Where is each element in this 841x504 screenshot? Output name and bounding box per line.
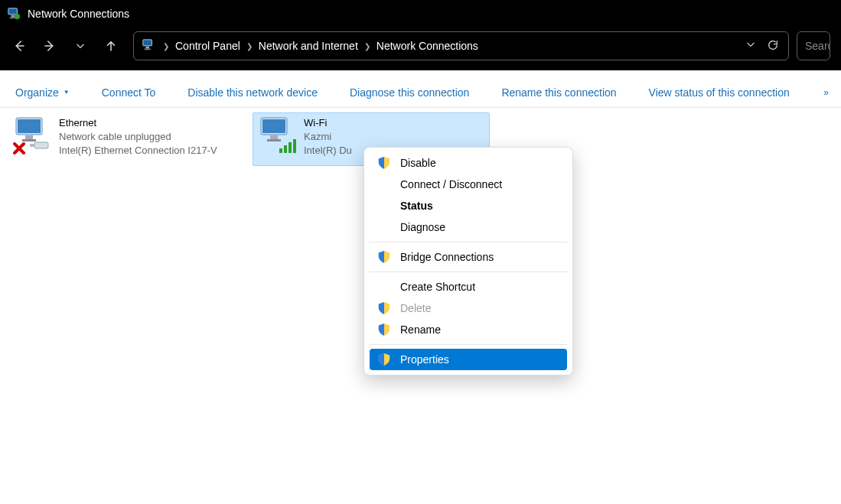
breadcrumb-network-internet[interactable]: Network and Internet (259, 40, 358, 52)
address-bar[interactable]: ❯ Control Panel ❯ Network and Internet ❯… (133, 31, 789, 60)
menu-item-diagnose[interactable]: Diagnose (370, 216, 567, 238)
menu-item-properties[interactable]: Properties (370, 349, 567, 370)
connection-device: Intel(R) Ethernet Connection I217-V (59, 144, 217, 158)
svg-rect-12 (18, 119, 41, 133)
command-bar: Organize▼ Connect To Disable this networ… (0, 77, 841, 108)
svg-rect-24 (284, 145, 287, 153)
svg-rect-23 (279, 148, 282, 153)
connection-status: Network cable unplugged (59, 130, 217, 144)
connection-status: Kazmi (304, 130, 352, 144)
menu-item-disable[interactable]: Disable (370, 152, 567, 174)
address-dropdown-button[interactable] (745, 39, 756, 54)
navigation-bar: ❯ Control Panel ❯ Network and Internet ❯… (0, 28, 841, 70)
nav-arrows (11, 37, 119, 54)
window-title: Network Connections (28, 8, 129, 20)
shield-icon (377, 323, 391, 337)
chevron-right-icon[interactable]: ❯ (364, 42, 370, 50)
connection-name: Ethernet (59, 116, 217, 130)
svg-rect-26 (293, 139, 296, 153)
ethernet-icon (13, 116, 51, 154)
shield-icon (377, 353, 391, 366)
chevron-right-icon[interactable]: ❯ (163, 42, 169, 50)
svg-rect-10 (145, 49, 151, 50)
chevron-right-icon[interactable]: ❯ (246, 42, 253, 50)
connection-item-ethernet[interactable]: Ethernet Network cable unplugged Intel(R… (8, 112, 245, 166)
svg-rect-20 (262, 119, 285, 133)
forward-button[interactable] (41, 37, 58, 54)
svg-rect-2 (11, 15, 15, 18)
diagnose-connection-button[interactable]: Diagnose this connection (339, 82, 480, 103)
caret-down-icon: ▼ (64, 89, 70, 96)
search-input[interactable]: Search (797, 31, 830, 60)
rename-connection-button[interactable]: Rename this connection (491, 82, 627, 103)
shield-icon (377, 301, 391, 315)
connection-name: Wi-Fi (304, 116, 352, 130)
up-button[interactable] (103, 37, 119, 54)
shield-icon (377, 250, 391, 264)
back-button[interactable] (11, 37, 28, 54)
svg-rect-9 (145, 47, 149, 49)
recent-locations-button[interactable] (72, 37, 89, 54)
disable-device-button[interactable]: Disable this network device (177, 82, 328, 103)
organize-button[interactable]: Organize▼ (5, 82, 80, 103)
svg-rect-1 (9, 9, 17, 14)
svg-point-4 (15, 14, 20, 19)
view-status-button[interactable]: View status of this connection (638, 82, 800, 103)
breadcrumb-control-panel[interactable]: Control Panel (175, 40, 240, 52)
menu-item-connect-disconnect[interactable]: Connect / Disconnect (370, 174, 567, 195)
wifi-icon (258, 116, 296, 154)
breadcrumb-network-connections[interactable]: Network Connections (376, 40, 478, 52)
svg-rect-15 (34, 142, 48, 148)
svg-rect-13 (25, 135, 33, 139)
menu-item-delete: Delete (370, 298, 567, 319)
svg-rect-25 (288, 142, 292, 153)
svg-rect-21 (270, 135, 278, 139)
menu-separator (369, 242, 568, 242)
refresh-button[interactable] (767, 39, 779, 54)
connect-to-button[interactable]: Connect To (91, 82, 167, 103)
context-menu: Disable Connect / Disconnect Status Diag… (363, 147, 573, 376)
svg-rect-22 (267, 139, 281, 141)
svg-rect-8 (144, 41, 152, 45)
menu-separator (369, 344, 568, 345)
svg-rect-14 (22, 139, 36, 141)
menu-separator (369, 272, 568, 272)
menu-item-create-shortcut[interactable]: Create Shortcut (370, 276, 567, 298)
overflow-button[interactable]: » (816, 87, 836, 98)
menu-item-bridge[interactable]: Bridge Connections (370, 246, 567, 268)
search-placeholder: Search (805, 40, 830, 52)
connection-device: Intel(R) Du (304, 144, 352, 158)
svg-rect-16 (30, 144, 34, 147)
location-icon (142, 38, 157, 54)
menu-item-rename[interactable]: Rename (370, 319, 567, 340)
shield-icon (377, 156, 391, 170)
window-icon (6, 6, 21, 21)
title-bar: Network Connections (0, 0, 841, 28)
menu-item-status[interactable]: Status (370, 195, 567, 216)
